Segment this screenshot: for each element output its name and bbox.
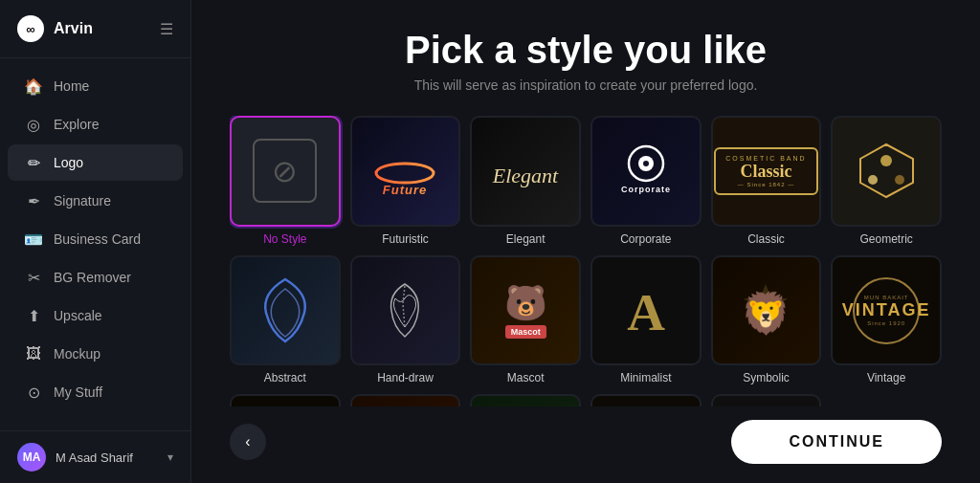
svg-text:A: A bbox=[627, 283, 665, 341]
bg-remover-icon: ✂ bbox=[25, 269, 42, 286]
svg-marker-7 bbox=[860, 144, 913, 197]
my-stuff-icon: ⊙ bbox=[25, 384, 42, 401]
chevron-left-icon: ‹ bbox=[245, 433, 250, 450]
svg-point-8 bbox=[880, 155, 892, 166]
style-item-corporate[interactable]: Corporate Corporate bbox=[590, 116, 702, 246]
style-thumb-corporate[interactable]: Corporate bbox=[590, 116, 702, 227]
style-thumb-vintage[interactable]: MUN BAKAIT VINTAGE Since 1920 bbox=[831, 255, 942, 366]
style-thumb-elegant[interactable]: Elegant bbox=[470, 116, 581, 227]
style-item-nature[interactable]: Nature bbox=[470, 394, 581, 406]
style-item-monogram[interactable]: M Monogram bbox=[590, 394, 702, 406]
style-item-geometric[interactable]: Geometric bbox=[831, 116, 942, 246]
business-card-icon: 🪪 bbox=[25, 231, 42, 248]
style-item-sketch[interactable]: 🐕 Sketch bbox=[711, 394, 822, 406]
sidebar-header: ∞ Arvin ☰ bbox=[0, 0, 190, 58]
logo-icon: ✏ bbox=[25, 154, 42, 171]
prev-button[interactable]: ‹ bbox=[230, 424, 266, 460]
style-label-futuristic: Futuristic bbox=[382, 232, 429, 246]
sidebar-item-bg-remover[interactable]: ✂ BG Remover bbox=[8, 259, 183, 296]
style-thumb-minimalist[interactable]: A bbox=[590, 255, 702, 366]
style-thumb-sketch[interactable]: 🐕 bbox=[711, 394, 822, 406]
no-style-visual: ⊘ bbox=[253, 139, 317, 203]
app-logo: ∞ bbox=[17, 15, 44, 42]
style-thumb-futuristic[interactable]: Future bbox=[350, 116, 461, 227]
sidebar-item-label: BG Remover bbox=[54, 270, 131, 285]
svg-text:Corporate: Corporate bbox=[621, 185, 671, 194]
style-thumb-symbolic[interactable]: 🦁 bbox=[711, 255, 822, 366]
user-name: M Asad Sharif bbox=[56, 450, 133, 465]
svg-text:🦁: 🦁 bbox=[741, 290, 791, 338]
nature-visual bbox=[472, 396, 579, 406]
style-item-abstract[interactable]: Abstract bbox=[230, 255, 341, 385]
style-item-hand-draw[interactable]: Hand-draw bbox=[350, 255, 461, 385]
svg-point-5 bbox=[643, 161, 649, 166]
style-item-elegant[interactable]: Elegant Elegant bbox=[470, 116, 581, 246]
style-thumb-monogram[interactable]: M bbox=[590, 394, 702, 406]
page-subtitle: This will serve as inspiration to create… bbox=[230, 77, 942, 93]
sidebar-nav: 🏠 Home ◎ Explore ✏ Logo ✒ Signature 🪪 Bu… bbox=[0, 58, 190, 430]
style-item-minimalist[interactable]: A Minimalist bbox=[590, 255, 702, 385]
symbolic-visual: 🦁 bbox=[713, 257, 820, 364]
svg-point-0 bbox=[376, 164, 434, 183]
style-item-art-deco[interactable]: ART DECO Art Deco bbox=[230, 394, 341, 406]
svg-text:Future: Future bbox=[383, 183, 427, 197]
sidebar-item-my-stuff[interactable]: ⊙ My Stuff bbox=[8, 374, 183, 410]
continue-button[interactable]: CONTINUE bbox=[731, 420, 942, 464]
style-thumb-hand-draw[interactable] bbox=[350, 255, 461, 366]
no-style-icon: ⊘ bbox=[272, 153, 298, 189]
sketch-visual: 🐕 bbox=[713, 396, 820, 406]
style-item-classic[interactable]: Cosmetic Band Classic — Since 1842 — Cla… bbox=[711, 116, 822, 246]
sidebar-item-label: Logo bbox=[54, 155, 83, 170]
upscale-icon: ⬆ bbox=[25, 307, 42, 324]
style-item-symbolic[interactable]: 🦁 Symbolic bbox=[711, 255, 822, 385]
style-item-mascot[interactable]: 🐻 Mascot Mascot bbox=[470, 255, 581, 385]
artdeco-visual: ART DECO bbox=[232, 396, 339, 406]
sidebar-item-label: Signature bbox=[54, 193, 111, 209]
style-item-no-style[interactable]: ⊘ No Style bbox=[230, 116, 341, 246]
style-label-vintage: Vintage bbox=[867, 371, 905, 384]
app-brand: Arvin bbox=[54, 20, 93, 37]
sidebar-item-upscale[interactable]: ⬆ Upscale bbox=[8, 297, 183, 334]
style-label-mascot: Mascot bbox=[507, 371, 545, 384]
avatar: MA bbox=[17, 443, 46, 472]
home-icon: 🏠 bbox=[25, 77, 42, 95]
style-thumb-classic[interactable]: Cosmetic Band Classic — Since 1842 — bbox=[711, 116, 822, 227]
style-thumb-nature[interactable] bbox=[470, 394, 581, 406]
style-thumb-no-style[interactable]: ⊘ bbox=[230, 116, 341, 227]
sidebar-item-explore[interactable]: ◎ Explore bbox=[8, 106, 183, 143]
sidebar-item-logo[interactable]: ✏ Logo bbox=[8, 144, 183, 181]
explore-icon: ◎ bbox=[25, 116, 42, 133]
style-item-grunge[interactable]: Grunge Grunge bbox=[350, 394, 461, 406]
style-thumb-art-deco[interactable]: ART DECO bbox=[230, 394, 341, 406]
bottom-bar: ‹ CONTINUE bbox=[230, 420, 942, 464]
style-thumb-geometric[interactable] bbox=[831, 116, 942, 227]
grunge-visual: Grunge bbox=[352, 396, 459, 406]
style-label-geometric: Geometric bbox=[859, 232, 912, 246]
sidebar-item-label: Upscale bbox=[54, 308, 102, 323]
hamburger-icon[interactable]: ☰ bbox=[160, 20, 173, 38]
mockup-icon: 🖼 bbox=[25, 345, 42, 362]
signature-icon: ✒ bbox=[25, 192, 42, 209]
sidebar-item-signature[interactable]: ✒ Signature bbox=[8, 183, 183, 219]
monogram-visual: M bbox=[592, 396, 700, 406]
svg-point-10 bbox=[895, 175, 904, 185]
style-thumb-grunge[interactable]: Grunge bbox=[350, 394, 461, 406]
user-profile[interactable]: MA M Asad Sharif ▾ bbox=[0, 430, 190, 483]
sidebar-item-home[interactable]: 🏠 Home bbox=[8, 68, 183, 104]
sidebar-item-mockup[interactable]: 🖼 Mockup bbox=[8, 336, 183, 372]
style-thumb-abstract[interactable] bbox=[230, 255, 341, 366]
sidebar-item-label: Home bbox=[54, 78, 89, 94]
elegant-visual: Elegant bbox=[472, 118, 579, 225]
futuristic-visual: Future bbox=[352, 118, 459, 225]
sidebar-item-business-card[interactable]: 🪪 Business Card bbox=[8, 221, 183, 257]
vintage-visual: MUN BAKAIT VINTAGE Since 1920 bbox=[833, 257, 940, 364]
page-title: Pick a style you like bbox=[230, 29, 942, 72]
sidebar-item-label: Explore bbox=[54, 117, 99, 132]
sidebar: ∞ Arvin ☰ 🏠 Home ◎ Explore ✏ Logo ✒ Sign… bbox=[0, 0, 191, 483]
style-item-vintage[interactable]: MUN BAKAIT VINTAGE Since 1920 Vintage bbox=[831, 255, 942, 385]
classic-visual: Cosmetic Band Classic — Since 1842 — bbox=[713, 118, 820, 225]
style-label-symbolic: Symbolic bbox=[743, 371, 790, 384]
style-item-futuristic[interactable]: Future Futuristic bbox=[350, 116, 461, 246]
style-label-hand-draw: Hand-draw bbox=[377, 371, 434, 384]
style-thumb-mascot[interactable]: 🐻 Mascot bbox=[470, 255, 581, 366]
